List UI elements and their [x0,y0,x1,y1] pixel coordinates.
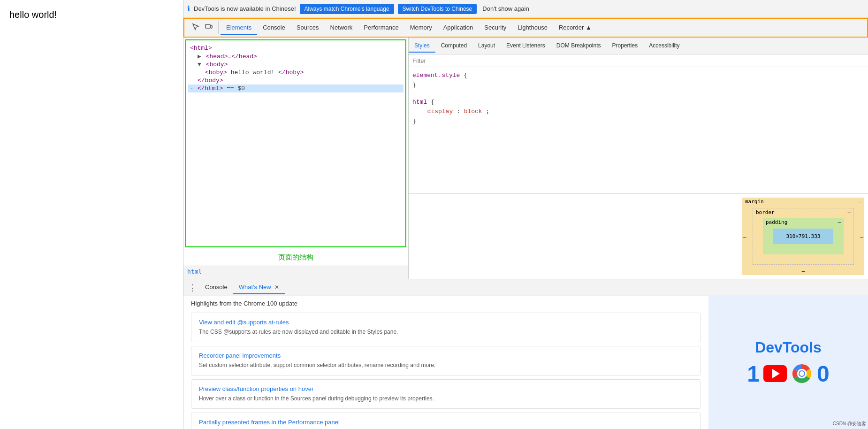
update-desc-1: The CSS @supports at-rules are now displ… [199,328,693,336]
tab-layout[interactable]: Layout [472,39,501,53]
dom-line-html[interactable]: <html> [188,44,404,52]
tab-computed[interactable]: Computed [435,39,472,53]
devtools-infobar: ℹ DevTools is now available in Chinese! … [183,0,868,18]
csdn-badge: CSDN @安陵客 [833,421,866,427]
styles-filter[interactable] [409,54,868,67]
margin-dash: – [858,199,861,205]
tab-elements[interactable]: Elements [221,21,257,35]
bottom-tab-more-button[interactable]: ⋮ [185,283,199,293]
border-dash: – [847,209,851,215]
padding-label: padding [766,219,787,225]
update-desc-2: Set custom selector attribute, support c… [199,361,693,369]
match-language-button[interactable]: Always match Chrome's language [300,4,394,14]
border-label: border [756,209,775,215]
switch-chinese-button[interactable]: Switch DevTools to Chinese [398,4,477,14]
css-rule-html: html { [412,98,864,107]
content-area: <html> ▶ <head>…</head> ▼ <body> <boby> … [183,38,868,279]
svg-rect-0 [206,24,210,28]
elements-panel: <html> ▶ <head>…</head> ▼ <body> <boby> … [183,38,409,279]
inspect-element-button[interactable] [190,21,201,34]
dom-line-head[interactable]: ▶ <head>…</head> [196,52,404,61]
chrome-icon [791,362,813,385]
dom-tree[interactable]: <html> ▶ <head>…</head> ▼ <body> <boby> … [185,39,406,247]
right-dash: – [860,233,863,239]
update-title-4[interactable]: Partially presented frames in the Perfor… [199,419,693,426]
devtools-logo-text: DevTools [755,339,822,356]
bottom-tab-whats-new[interactable]: What's New ✕ [233,281,285,294]
dom-structure-label: 页面的结构 [183,249,408,266]
tab-dom-breakpoints[interactable]: DOM Breakpoints [551,39,607,53]
version-1: 1 [747,361,760,387]
dom-line-body[interactable]: ▼ <body> [196,61,404,69]
tab-console[interactable]: Console [257,21,291,35]
tab-application[interactable]: Application [438,21,479,35]
dom-line-html-close[interactable]: · </html> == $0 [188,84,404,92]
tab-performance[interactable]: Performance [358,21,404,35]
styles-tabs: Styles Computed Layout Event Listeners D… [409,38,868,54]
youtube-icon [763,365,787,382]
tab-sources[interactable]: Sources [291,21,325,35]
filter-input[interactable] [412,57,864,64]
version-0: 0 [817,361,830,387]
bottom-tab-console[interactable]: Console [199,281,233,294]
devtools-logo-panel: DevTools 1 [708,296,868,429]
bottom-main-content: Highlights from the Chrome 100 update Vi… [183,296,868,429]
infobar-text: DevTools is now available in Chinese! [194,5,296,12]
update-title-1[interactable]: View and edit @supports at-rules [199,319,693,326]
devtools-panel: ℹ DevTools is now available in Chinese! … [183,0,868,429]
dom-line-body-close[interactable]: </body> [196,77,404,84]
dont-show-button[interactable]: Don't show again [482,5,529,12]
styles-panel: Styles Computed Layout Event Listeners D… [409,38,868,279]
bottom-panel: ⋮ Console What's New ✕ Highlights from t… [183,279,868,429]
tab-security[interactable]: Security [479,21,512,35]
padding-dash: – [838,219,841,225]
dimensions-label: 310×791.333 [786,233,821,239]
tab-lighthouse[interactable]: Lighthouse [512,21,553,35]
dom-line-boby[interactable]: <boby> hello world! </boby> [203,69,404,77]
css-rule-element-style: element.style { [412,71,864,81]
update-card-4: Partially presented frames in the Perfor… [191,413,701,429]
tab-properties[interactable]: Properties [607,39,644,53]
tab-event-listeners[interactable]: Event Listeners [501,39,551,53]
tab-styles[interactable]: Styles [409,39,435,53]
dom-breadcrumb[interactable]: html [183,266,408,279]
info-icon: ℹ [187,4,190,13]
page-heading: hello world! [9,9,57,20]
toolbar-icons [186,21,219,34]
tab-network[interactable]: Network [325,21,358,35]
yt-play-icon [772,369,780,378]
svg-point-6 [799,371,804,376]
content-box: 310×791.333 [773,229,833,244]
tab-accessibility[interactable]: Accessibility [643,39,685,53]
highlights-title: Highlights from the Chrome 100 update [191,300,701,307]
bottom-tabs: ⋮ Console What's New ✕ [183,279,868,296]
svg-rect-1 [211,25,212,28]
tab-recorder[interactable]: Recorder ▲ [553,21,597,35]
main-toolbar: Elements Console Sources Network Perform… [183,18,868,38]
update-title-3[interactable]: Preview class/function properties on hov… [199,385,693,392]
device-toggle-button[interactable] [203,21,214,34]
update-card-1: View and edit @supports at-rules The CSS… [191,313,701,342]
left-dash: – [743,233,746,239]
tab-memory[interactable]: Memory [404,21,438,35]
update-card-3: Preview class/function properties on hov… [191,379,701,409]
update-title-2[interactable]: Recorder panel improvements [199,352,693,359]
bottom-tab-close-button[interactable]: ✕ [274,284,279,291]
whats-new-content: Highlights from the Chrome 100 update Vi… [183,296,708,429]
update-card-2: Recorder panel improvements Set custom s… [191,346,701,375]
update-desc-3: Hover over a class or function in the So… [199,394,693,403]
margin-label: margin [745,199,764,205]
css-rules: element.style { } html { display : block… [409,67,868,193]
tab-list: Elements Console Sources Network Perform… [221,21,865,35]
box-model-area: margin – border – padding – 3 [409,193,868,279]
chrome-version: 1 [747,361,829,387]
bottom-dash: – [802,268,805,274]
box-model: margin – border – padding – 3 [742,198,864,275]
